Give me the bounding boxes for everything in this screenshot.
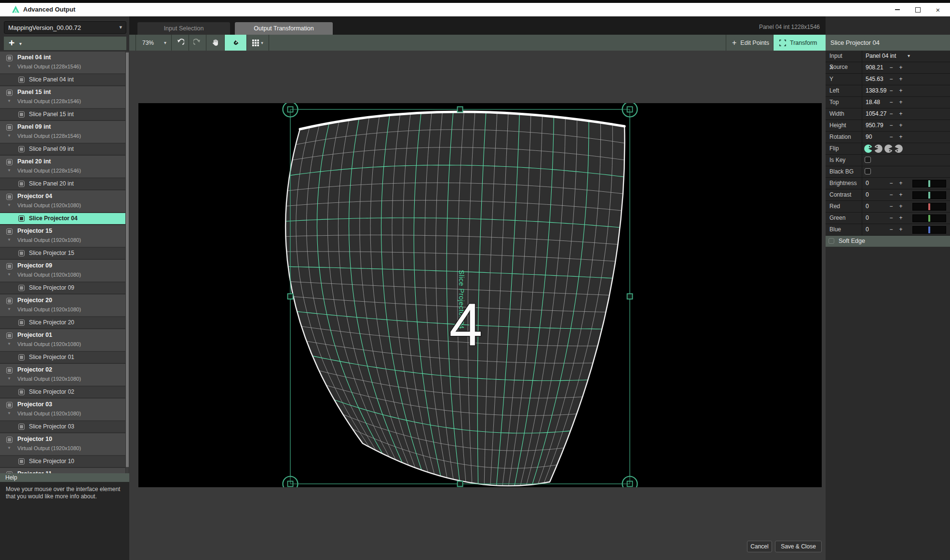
slice-item[interactable]: Slice Projector 02 <box>0 387 125 398</box>
edge-handle[interactable] <box>458 481 463 487</box>
decrement-button[interactable]: − <box>887 191 895 198</box>
expand-triangle-icon[interactable]: ▼ <box>7 64 11 68</box>
checkbox[interactable] <box>865 168 871 174</box>
flip-icon[interactable] <box>864 145 872 153</box>
grid-options-button[interactable]: ▾ <box>246 35 269 51</box>
increment-button[interactable]: + <box>897 191 905 198</box>
slice-item[interactable]: Slice Projector 15 <box>0 248 125 259</box>
flip-icon[interactable] <box>884 145 893 153</box>
screen-item[interactable]: Panel 20 int▼Virtual Output (1228x1546) <box>0 156 125 178</box>
soft-edge-section[interactable]: Soft Edge <box>826 236 950 247</box>
expand-triangle-icon[interactable]: ▼ <box>7 446 11 450</box>
expand-triangle-icon[interactable]: ▼ <box>7 307 11 311</box>
slice-mesh[interactable]: Slice Projector 044 <box>138 103 822 487</box>
pan-tool-button[interactable] <box>206 35 224 51</box>
decrement-button[interactable]: − <box>887 214 895 221</box>
decrement-button[interactable]: − <box>887 99 895 106</box>
increment-button[interactable]: + <box>897 122 905 129</box>
value-slider[interactable] <box>912 180 946 187</box>
slice-item[interactable]: Slice Projector 04 <box>0 213 125 224</box>
redo-button[interactable] <box>189 35 206 51</box>
screen-item[interactable]: Projector 11▼Virtual Output (1920x1080) <box>0 468 125 473</box>
increment-button[interactable]: + <box>897 99 905 106</box>
decrement-button[interactable]: − <box>887 180 895 187</box>
decrement-button[interactable]: − <box>887 203 895 210</box>
property-value[interactable]: 0 <box>866 226 869 233</box>
slice-item[interactable]: Slice Projector 03 <box>0 421 125 432</box>
decrement-button[interactable]: − <box>887 64 895 71</box>
property-value[interactable]: 0 <box>866 191 869 198</box>
increment-button[interactable]: + <box>897 214 905 221</box>
flip-icon[interactable] <box>874 145 882 153</box>
screen-item[interactable]: Projector 20▼Virtual Output (1920x1080) <box>0 294 125 317</box>
expand-triangle-icon[interactable]: ▼ <box>7 133 11 138</box>
corner-handle[interactable] <box>283 477 298 488</box>
increment-button[interactable]: + <box>897 180 905 187</box>
save-close-button[interactable]: Save & Close <box>775 541 822 552</box>
property-value[interactable]: 545.63 <box>866 76 883 82</box>
value-slider[interactable] <box>912 203 946 211</box>
soft-edge-checkbox[interactable] <box>828 238 834 244</box>
edge-handle[interactable] <box>627 294 633 299</box>
corner-handle[interactable] <box>623 477 638 488</box>
slice-item[interactable]: Slice Projector 10 <box>0 456 125 467</box>
slice-item[interactable]: Slice Panel 20 int <box>0 178 125 189</box>
screen-item[interactable]: Projector 10▼Virtual Output (1920x1080) <box>0 433 125 455</box>
expand-triangle-icon[interactable]: ▼ <box>7 168 11 173</box>
screen-item[interactable]: Projector 02▼Virtual Output (1920x1080) <box>0 364 125 386</box>
sidebar-scrollbar[interactable] <box>126 52 129 473</box>
property-value[interactable]: 908.21 <box>866 64 883 71</box>
expand-triangle-icon[interactable]: ▼ <box>7 203 11 207</box>
screen-item[interactable]: Panel 09 int▼Virtual Output (1228x1546) <box>0 121 125 143</box>
add-screen-bar[interactable]: + ▾ <box>4 37 126 50</box>
value-slider[interactable] <box>912 191 946 199</box>
zoom-level-select[interactable]: 73% ▾ <box>136 35 171 51</box>
property-value[interactable]: 1054.27 <box>866 110 886 117</box>
expand-triangle-icon[interactable]: ▼ <box>7 342 11 346</box>
slice-item[interactable]: Slice Panel 04 int <box>0 74 125 85</box>
screen-item[interactable]: Projector 15▼Virtual Output (1920x1080) <box>0 225 125 247</box>
scrollbar-thumb[interactable] <box>126 53 129 467</box>
property-value-cell[interactable]: Panel 04 int▾ <box>862 51 950 62</box>
increment-button[interactable]: + <box>897 226 905 233</box>
slice-item[interactable]: Slice Projector 20 <box>0 317 125 328</box>
screen-item[interactable]: Panel 15 int▼Virtual Output (1228x1546) <box>0 86 125 108</box>
edit-points-button[interactable]: + Edit Points <box>726 35 773 51</box>
minimize-button[interactable] <box>887 3 908 16</box>
decrement-button[interactable]: − <box>887 133 895 140</box>
expand-triangle-icon[interactable]: ▼ <box>7 238 11 242</box>
property-value[interactable]: 90 <box>866 133 872 140</box>
mapping-version-select[interactable]: MappingVersion_00.00.72 ▾ <box>4 21 126 34</box>
increment-button[interactable]: + <box>897 64 905 71</box>
edge-handle[interactable] <box>458 107 463 112</box>
edge-handle[interactable] <box>288 294 293 299</box>
property-value[interactable]: 0 <box>866 180 869 187</box>
decrement-button[interactable]: − <box>887 110 895 117</box>
increment-button[interactable]: + <box>897 87 905 94</box>
decrement-button[interactable]: − <box>887 122 895 129</box>
increment-button[interactable]: + <box>897 76 905 82</box>
flip-icon[interactable] <box>895 145 903 153</box>
screen-item[interactable]: Projector 01▼Virtual Output (1920x1080) <box>0 329 125 351</box>
expand-triangle-icon[interactable]: ▼ <box>7 99 11 103</box>
cancel-button[interactable]: Cancel <box>747 541 772 552</box>
output-canvas[interactable]: Slice Projector 044 <box>138 103 822 487</box>
transform-button[interactable]: Transform <box>773 35 826 51</box>
property-value[interactable]: 0 <box>866 203 869 210</box>
increment-button[interactable]: + <box>897 133 905 140</box>
slice-item[interactable]: Slice Panel 15 int <box>0 109 125 120</box>
corner-handle[interactable] <box>623 103 638 117</box>
slice-item[interactable]: Slice Panel 09 int <box>0 144 125 155</box>
close-button[interactable]: × <box>928 3 948 16</box>
slice-item[interactable]: Slice Projector 09 <box>0 282 125 293</box>
snap-tool-button[interactable] <box>224 35 246 51</box>
decrement-button[interactable]: − <box>887 87 895 94</box>
tab-output-transformation[interactable]: Output Transformation <box>235 22 333 35</box>
screen-item[interactable]: Projector 03▼Virtual Output (1920x1080) <box>0 399 125 421</box>
property-value[interactable]: 950.79 <box>866 122 883 129</box>
expand-triangle-icon[interactable]: ▼ <box>7 411 11 415</box>
property-value[interactable]: 1383.59 <box>866 87 886 94</box>
maximize-button[interactable] <box>908 3 928 16</box>
checkbox[interactable] <box>865 157 871 163</box>
property-value[interactable]: 0 <box>866 214 869 221</box>
